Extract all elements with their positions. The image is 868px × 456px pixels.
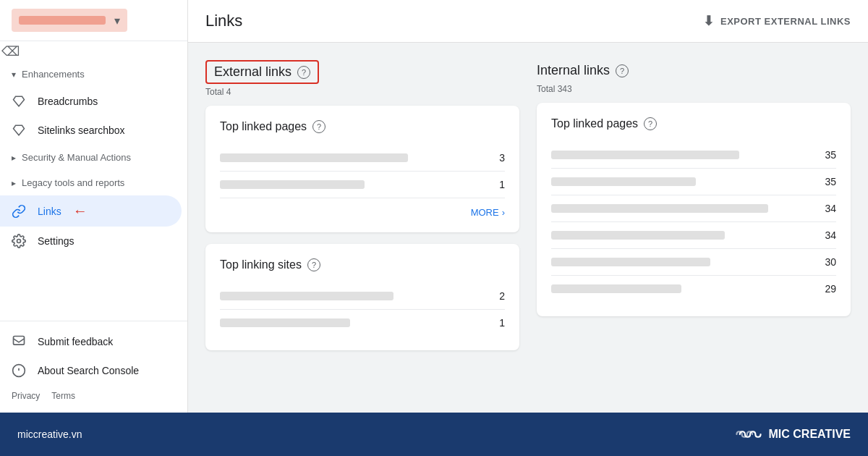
security-group[interactable]: ▸ Security & Manual Actions <box>0 145 187 170</box>
red-arrow-annotation: ← <box>73 203 88 219</box>
footer-links: Privacy Terms <box>0 385 187 407</box>
ext-linking-help-icon[interactable]: ? <box>307 258 320 271</box>
export-label: EXPORT EXTERNAL LINKS <box>720 16 851 27</box>
external-total: Total 4 <box>205 87 519 97</box>
ext-row-1: 3 <box>220 145 505 172</box>
brand-name: MIC CREATIVE <box>769 428 851 441</box>
terms-link[interactable]: Terms <box>51 391 75 401</box>
external-title-row: External links ? <box>205 60 519 84</box>
ext-row-2: 1 <box>220 172 505 198</box>
ext-value-1: 3 <box>499 152 505 164</box>
ext-value-2: 1 <box>499 179 505 190</box>
sidebar: ▾ ⌫ ▾ Enhancements Breadcrumbs Sitelinks… <box>0 0 188 413</box>
ext-blur-2 <box>220 180 365 189</box>
int-row-4: 34 <box>551 222 836 249</box>
sidebar-item-about[interactable]: About Search Console <box>0 356 182 385</box>
legacy-label: Legacy tools and reports <box>22 177 124 188</box>
int-blur-1 <box>551 151 739 159</box>
internal-help-icon[interactable]: ? <box>616 64 629 77</box>
more-link[interactable]: MORE › <box>220 198 505 218</box>
security-label: Security & Manual Actions <box>22 152 131 163</box>
int-blur-5 <box>551 258 710 266</box>
enhancements-group[interactable]: ▾ Enhancements <box>0 62 187 87</box>
about-label: About Search Console <box>38 365 139 376</box>
gear-icon <box>12 234 26 248</box>
site-selector[interactable]: ▾ <box>12 9 127 32</box>
back-icon[interactable]: ⌫ <box>0 41 20 62</box>
content-scroll: External links ? Total 4 Top linked page… <box>188 43 868 413</box>
site-selector-blur <box>19 16 106 25</box>
int-value-2: 35 <box>825 176 836 187</box>
sidebar-item-breadcrumbs[interactable]: Breadcrumbs <box>0 87 182 116</box>
int-blur-4 <box>551 231 725 240</box>
export-button[interactable]: ⬇ EXPORT EXTERNAL LINKS <box>703 13 851 29</box>
sidebar-item-settings[interactable]: Settings <box>0 227 182 256</box>
internal-top-linked-pages-card: Top linked pages ? 35 35 <box>537 103 851 316</box>
sidebar-item-sitelinks[interactable]: Sitelinks searchbox <box>0 116 182 145</box>
external-top-help-icon[interactable]: ? <box>312 120 326 133</box>
ext-site-value-1: 2 <box>499 290 505 302</box>
enhancements-label: Enhancements <box>22 69 85 80</box>
links-grid: External links ? Total 4 Top linked page… <box>205 60 851 362</box>
footer-url: miccreative.vn <box>17 428 82 440</box>
int-blur-3 <box>551 204 768 213</box>
sitelinks-label: Sitelinks searchbox <box>38 124 125 136</box>
internal-total: Total 343 <box>537 84 851 94</box>
diamond-icon <box>12 94 26 109</box>
int-blur-2 <box>551 177 696 186</box>
ext-site-row-2: 1 <box>220 310 505 336</box>
brand-logo-icon <box>736 426 762 443</box>
more-label: MORE <box>471 207 499 218</box>
internal-top-help-icon[interactable]: ? <box>644 117 657 130</box>
content-area: Links ⬇ EXPORT EXTERNAL LINKS External l… <box>188 0 868 413</box>
sidebar-item-feedback[interactable]: Submit feedback <box>0 327 182 356</box>
external-links-column: External links ? Total 4 Top linked page… <box>205 60 519 362</box>
int-row-6: 29 <box>551 276 836 302</box>
page-title: Links <box>205 12 242 30</box>
internal-top-linked-title: Top linked pages <box>551 117 638 130</box>
feedback-label: Submit feedback <box>38 336 113 347</box>
internal-title-plain: Internal links ? <box>537 60 629 81</box>
int-value-6: 29 <box>825 283 836 295</box>
feedback-icon <box>12 334 26 349</box>
int-row-2: 35 <box>551 169 836 195</box>
int-value-5: 30 <box>825 256 836 268</box>
collapse-icon: ▾ <box>12 69 16 80</box>
int-row-3: 34 <box>551 195 836 222</box>
ext-site-blur-2 <box>220 318 350 327</box>
int-row-1: 35 <box>551 142 836 169</box>
content-header: Links ⬇ EXPORT EXTERNAL LINKS <box>188 0 868 43</box>
external-links-title: External links <box>214 64 292 80</box>
info-icon <box>12 363 26 378</box>
diamond-icon-2 <box>12 123 26 138</box>
expand-icon-2: ▸ <box>12 178 16 188</box>
sidebar-bottom: Submit feedback About Search Console Pri… <box>0 321 187 413</box>
footer-bar: miccreative.vn MIC CREATIVE <box>0 413 868 456</box>
internal-links-title: Internal links <box>537 63 610 78</box>
download-icon: ⬇ <box>703 13 715 29</box>
external-top-linking-sites-card: Top linking sites ? 2 1 <box>205 244 519 350</box>
internal-title-row: Internal links ? <box>537 60 851 81</box>
ext-blur-1 <box>220 153 408 162</box>
privacy-link[interactable]: Privacy <box>12 391 40 401</box>
chevron-down-icon: ▾ <box>114 14 120 28</box>
int-value-3: 34 <box>825 203 836 214</box>
chevron-right-icon: › <box>502 207 505 218</box>
external-top-linked-pages-card: Top linked pages ? 3 1 MORE <box>205 106 519 232</box>
ext-site-value-2: 1 <box>499 317 505 329</box>
sidebar-item-links[interactable]: Links ← <box>0 195 182 227</box>
external-help-icon[interactable]: ? <box>297 66 310 79</box>
breadcrumbs-label: Breadcrumbs <box>38 96 98 107</box>
internal-top-linked-title-row: Top linked pages ? <box>551 117 836 130</box>
expand-icon: ▸ <box>12 153 16 163</box>
external-title-box: External links ? <box>205 60 319 84</box>
internal-links-column: Internal links ? Total 343 Top linked pa… <box>537 60 851 362</box>
settings-label: Settings <box>38 235 75 247</box>
int-value-1: 35 <box>825 149 836 161</box>
int-blur-6 <box>551 284 681 293</box>
ext-linking-title: Top linking sites <box>220 258 302 271</box>
legacy-group[interactable]: ▸ Legacy tools and reports <box>0 170 187 195</box>
footer-brand: MIC CREATIVE <box>736 426 851 443</box>
svg-point-0 <box>17 240 21 243</box>
ext-site-row-1: 2 <box>220 283 505 310</box>
